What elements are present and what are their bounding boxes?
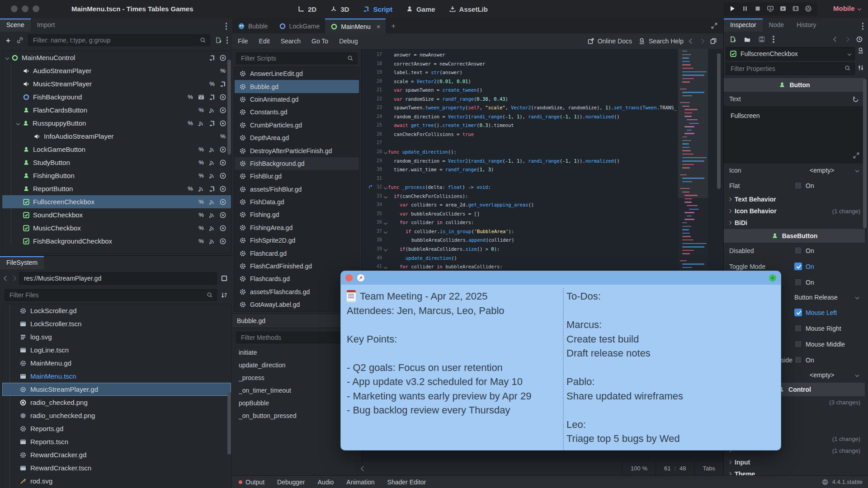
- script-icon[interactable]: [219, 80, 226, 88]
- scene-node-InfoAudioStreamPlayer[interactable]: InfoAudioStreamPlayer%: [2, 130, 231, 143]
- script-tab-lockgame[interactable]: LockGame: [274, 19, 326, 33]
- file-LockScroller.gd[interactable]: LockScroller.gd: [2, 304, 231, 317]
- eye-icon[interactable]: [219, 198, 226, 206]
- caret-position[interactable]: 61 : 48: [656, 461, 694, 476]
- tab-assetlib[interactable]: AssetLib: [445, 0, 491, 18]
- signal-icon[interactable]: [208, 211, 216, 219]
- script-icon[interactable]: [208, 54, 216, 61]
- fold-icon[interactable]: [384, 150, 387, 154]
- fold-icon[interactable]: [384, 265, 387, 269]
- eye-icon[interactable]: [219, 54, 226, 61]
- scene-scrollbar[interactable]: [227, 60, 231, 155]
- eye-icon[interactable]: [219, 172, 226, 179]
- script-icon[interactable]: [208, 185, 216, 192]
- pct-icon[interactable]: %: [187, 185, 194, 192]
- expand-icon[interactable]: [5, 56, 9, 59]
- note-close-button[interactable]: [345, 274, 353, 282]
- forward-icon[interactable]: [11, 276, 16, 281]
- window-minimize-button[interactable]: [22, 5, 28, 12]
- pct-icon[interactable]: %: [219, 67, 226, 75]
- script-FishingArea.gd[interactable]: FishingArea.gd: [235, 221, 359, 234]
- pct-icon[interactable]: %: [198, 198, 205, 206]
- tab-scene[interactable]: Scene: [0, 19, 31, 32]
- signal-icon[interactable]: [198, 120, 205, 127]
- float-panel-icon[interactable]: [710, 38, 717, 45]
- renderer-selector[interactable]: Mobile: [833, 5, 861, 12]
- scene-node-MusicCheckbox[interactable]: MusicCheckbox%: [2, 221, 231, 235]
- eye-icon[interactable]: [219, 225, 226, 232]
- filesystem-scrollbar[interactable]: [227, 391, 231, 455]
- text-value-area[interactable]: Fullscreen: [724, 106, 865, 163]
- file-radio_unchecked.png[interactable]: radio_unchecked.png: [2, 409, 231, 422]
- scene-node-SoundCheckbox[interactable]: SoundCheckbox%: [2, 208, 231, 221]
- eye-icon[interactable]: [219, 120, 226, 127]
- checkbox[interactable]: [794, 309, 802, 316]
- menu-debug[interactable]: Debug: [334, 38, 363, 45]
- section-bidi[interactable]: BiDi: [724, 217, 865, 229]
- history-forward-icon[interactable]: [699, 38, 704, 43]
- pause-button[interactable]: [741, 5, 749, 14]
- checkbox[interactable]: [794, 340, 802, 348]
- pct-icon[interactable]: %: [198, 146, 205, 153]
- property-tools-icon[interactable]: [857, 64, 864, 71]
- tab-script[interactable]: Script: [359, 0, 396, 18]
- split-view-icon[interactable]: [221, 275, 228, 282]
- signal-icon[interactable]: [208, 159, 216, 166]
- script-Bubble.gd[interactable]: Bubble.gd: [235, 80, 359, 93]
- filesystem-filter-input[interactable]: [5, 289, 217, 301]
- property-value[interactable]: <empty>: [810, 167, 834, 174]
- checkbox[interactable]: [794, 278, 802, 286]
- pct-icon[interactable]: %: [198, 159, 205, 166]
- file-radio_checked.png[interactable]: radio_checked.png: [2, 396, 231, 409]
- script-CrumbParticles.gd[interactable]: CrumbParticles.gd: [235, 119, 359, 131]
- file-RewardCracker.tscn[interactable]: RewardCracker.tscn: [2, 461, 231, 474]
- tab-filesystem[interactable]: FileSystem: [0, 256, 44, 269]
- code-line-30[interactable]: 30timer.wait_time = randf_range(1, 3): [362, 165, 677, 174]
- chevron-down-icon[interactable]: [855, 296, 859, 299]
- property-value[interactable]: <empty>: [810, 371, 834, 379]
- code-line-17[interactable]: 17answer = newAnswer: [362, 51, 677, 60]
- script-DestroyAfterParticleFinish.gd[interactable]: DestroyAfterParticleFinish.gd: [235, 144, 359, 157]
- menu-go-to[interactable]: Go To: [306, 38, 334, 45]
- tab-3d[interactable]: 3D: [326, 0, 353, 18]
- online-docs-link[interactable]: Online Docs: [587, 38, 632, 45]
- section-input[interactable]: Input: [724, 456, 865, 468]
- section-text-behavior[interactable]: Text Behavior: [724, 193, 865, 205]
- file-MusicStreamPlayer.gd[interactable]: MusicStreamPlayer.gd: [2, 383, 231, 396]
- chevron-down-icon[interactable]: [855, 373, 859, 377]
- code-line-22[interactable]: 22var randomSize = randf_range(0.38, 0.4…: [362, 95, 677, 104]
- fold-icon[interactable]: [384, 186, 387, 189]
- signal-icon[interactable]: [208, 146, 216, 153]
- close-icon[interactable]: ×: [377, 23, 381, 30]
- eye-icon[interactable]: [219, 185, 226, 192]
- stop-button[interactable]: [754, 5, 761, 14]
- remote-debug-button[interactable]: [767, 5, 774, 14]
- scene-node-FlashCardsButton[interactable]: FlashCardsButton%: [2, 103, 231, 117]
- eye-icon[interactable]: [219, 107, 226, 114]
- script-DepthArea.gd[interactable]: DepthArea.gd: [235, 131, 359, 144]
- scene-node-FullscreenCheckbox[interactable]: FullscreenCheckbox%: [2, 195, 231, 208]
- sticky-note-body[interactable]: Team Meeting - Apr 22, 2025Attendees: Je…: [341, 285, 781, 450]
- pct-icon[interactable]: %: [198, 225, 205, 232]
- checkbox[interactable]: [794, 263, 802, 270]
- script-AnswerLineEdit.gd[interactable]: AnswerLineEdit.gd: [235, 67, 359, 80]
- inspector-scrollbar[interactable]: [863, 79, 867, 228]
- tab-history[interactable]: History: [790, 19, 823, 32]
- pct-icon[interactable]: %: [219, 133, 226, 140]
- fold-icon[interactable]: [384, 195, 387, 198]
- indent-type[interactable]: Tabs: [694, 461, 723, 476]
- code-line-34[interactable]: 34var colliders = area_2d.get_overlappin…: [362, 201, 677, 210]
- bottom-tab-shader-editor[interactable]: Shader Editor: [381, 479, 433, 486]
- pct-icon[interactable]: %: [198, 238, 205, 245]
- pct-icon[interactable]: %: [198, 107, 205, 114]
- property-value[interactable]: Button Release: [794, 294, 838, 301]
- collapse-sidebar-icon[interactable]: [361, 466, 366, 471]
- code-line-35[interactable]: 35var bubbleAreaColliders = []: [362, 210, 677, 219]
- code-line-39[interactable]: 39if(bubbleAreaColliders.size() > 0):: [362, 245, 677, 254]
- code-line-27[interactable]: 27: [362, 139, 677, 148]
- window-close-button[interactable]: [11, 5, 18, 12]
- inspector-forward-icon[interactable]: [844, 37, 849, 42]
- code-line-18[interactable]: 18correctAnswer = newCorrectAnswer: [362, 60, 677, 69]
- inspector-back-icon[interactable]: [833, 37, 838, 42]
- code-line-28[interactable]: 28func update_direction():: [362, 148, 677, 157]
